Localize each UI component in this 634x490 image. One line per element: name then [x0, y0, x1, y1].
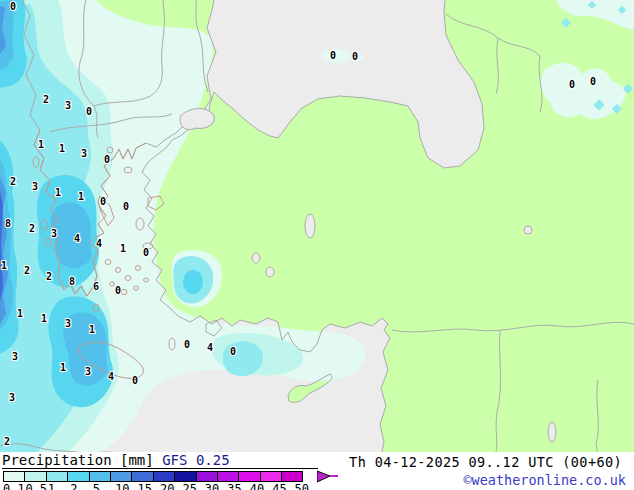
precip-value-label: 2 [10, 176, 16, 187]
legend-color-segment [67, 471, 89, 482]
precip-value-label: 2 [46, 271, 52, 282]
legend-tick-label: 35 [227, 482, 241, 490]
legend-color-segment [46, 471, 68, 482]
legend-unit: [mm] [120, 452, 154, 468]
legend-bar: Precipitation [mm] GFS 0.25 0.10.5125101… [0, 452, 634, 490]
precip-value-label: 0 [132, 375, 138, 386]
copyright-text: ©weatheronline.co.uk [463, 472, 626, 488]
precip-value-label: 0 [569, 79, 575, 90]
legend-color-segment [174, 471, 196, 482]
legend-colorbar [3, 471, 303, 482]
legend-tick-label: 5 [93, 482, 100, 490]
legend-tick-label: 15 [138, 482, 152, 490]
precip-value-label: 3 [51, 228, 57, 239]
precip-value-label: 2 [4, 436, 10, 447]
legend-tick-label: 50 [295, 482, 309, 490]
precip-value-label: 0 [100, 196, 106, 207]
legend-color-segment [238, 471, 260, 482]
precip-value-label: 2 [24, 265, 30, 276]
precip-value-label: 0 [104, 154, 110, 165]
precip-value-label: 0 [590, 76, 596, 87]
precip-value-label: 3 [12, 351, 18, 362]
legend-title-text: Precipitation [2, 452, 112, 468]
precip-value-label: 0 [330, 50, 336, 61]
legend-model: GFS 0.25 [162, 452, 229, 468]
legend-tick-label: 30 [205, 482, 219, 490]
precip-value-label: 8 [5, 218, 11, 229]
legend-color-segment [260, 471, 282, 482]
precip-value-label: 3 [65, 318, 71, 329]
legend-tick-label: 25 [182, 482, 196, 490]
precip-value-label: 6 [93, 281, 99, 292]
precip-value-label: 2 [43, 94, 49, 105]
legend-tick-label: 2 [70, 482, 77, 490]
precip-value-label: 3 [32, 181, 38, 192]
precip-value-label: 1 [55, 187, 61, 198]
precip-value-label: 0 [230, 346, 236, 357]
precip-value-label: 1 [1, 260, 7, 271]
precip-value-label: 0 [352, 51, 358, 62]
precip-value-label: 0 [10, 1, 16, 12]
precip-value-label: 4 [96, 238, 102, 249]
legend-tick-label: 0.1 [3, 482, 25, 490]
precip-value-label: 3 [85, 366, 91, 377]
precip-value-label: 3 [65, 100, 71, 111]
legend-color-segment [217, 471, 239, 482]
legend-color-segment [3, 471, 25, 482]
legend-color-segment [131, 471, 153, 482]
legend-tick-label: 1 [48, 482, 55, 490]
legend-tick-label: 10 [115, 482, 129, 490]
precip-value-label: 4 [108, 371, 114, 382]
legend-color-segment [110, 471, 132, 482]
precip-value-label: 0 [143, 247, 149, 258]
precip-value-label: 0 [123, 201, 129, 212]
legend-color-segment [281, 471, 303, 482]
precipitation-map: 0230113023110082344101228601131040313403… [0, 0, 634, 456]
precip-value-label: 1 [120, 243, 126, 254]
legend-color-segment [89, 471, 111, 482]
legend-tick-labels: 0.10.5125101520253035404550 [3, 482, 343, 490]
legend-tick-label: 20 [160, 482, 174, 490]
precip-value-label: 1 [60, 362, 66, 373]
precip-value-label: 1 [89, 324, 95, 335]
precip-value-label: 3 [9, 392, 15, 403]
precip-value-label: 1 [17, 308, 23, 319]
forecast-datetime: Th 04-12-2025 09..12 UTC (00+60) [349, 454, 622, 470]
legend-tick-label: 45 [272, 482, 286, 490]
precip-value-label: 1 [38, 139, 44, 150]
legend-tick-label: 40 [250, 482, 264, 490]
legend-title: Precipitation [mm] GFS 0.25 [2, 452, 318, 469]
precip-value-label: 8 [69, 276, 75, 287]
precip-value-label: 1 [78, 191, 84, 202]
precip-value-label: 0 [86, 106, 92, 117]
precip-value-label: 1 [59, 143, 65, 154]
precip-value-label: 4 [207, 342, 213, 353]
weather-map-page: 0230113023110082344101228601131040313403… [0, 0, 634, 490]
precip-value-label: 4 [74, 233, 80, 244]
legend-tick-label: 0.5 [25, 482, 47, 490]
precip-value-label: 3 [81, 148, 87, 159]
legend-color-segment [24, 471, 46, 482]
legend-color-segment [153, 471, 175, 482]
precip-value-label: 1 [41, 313, 47, 324]
precip-value-label: 0 [115, 285, 121, 296]
precip-value-label: 0 [184, 339, 190, 350]
precip-value-label: 2 [29, 223, 35, 234]
legend-color-segment [196, 471, 218, 482]
